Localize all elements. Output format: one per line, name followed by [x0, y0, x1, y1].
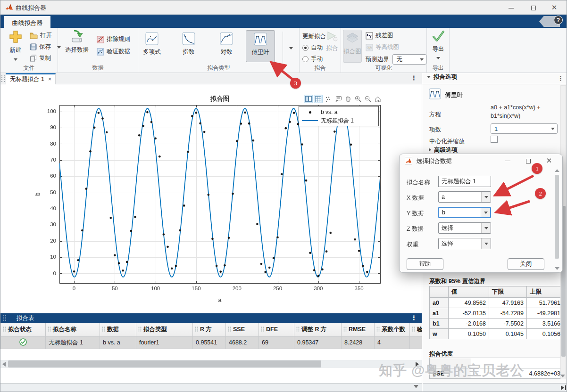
- col-fit-status[interactable]: 拟合状态: [1, 323, 46, 336]
- fits-table-title-bar[interactable]: 拟合表 ⋮: [0, 313, 422, 323]
- document-bar-menu-icon[interactable]: ⋮: [411, 75, 417, 81]
- fits-table-row[interactable]: 无标题拟合 1 b vs. a fourier1 0.95541 4688.2 …: [1, 336, 422, 349]
- close-button-dialog[interactable]: 关闭: [508, 258, 544, 270]
- manual-radio-circle[interactable]: [302, 56, 309, 62]
- col-dfe[interactable]: DFE: [259, 323, 294, 336]
- ribbon-group-fit: 更新拟合 自动 手动 拟合 拟合: [300, 28, 341, 73]
- export-check-icon: [431, 30, 445, 43]
- help-button[interactable]: ?: [554, 16, 563, 24]
- panel-scroll-down-icon[interactable]: [414, 385, 418, 388]
- col-sse[interactable]: SSE: [226, 323, 259, 336]
- fittype-polynomial-button[interactable]: 多项式: [137, 30, 167, 62]
- col-rsquare[interactable]: R 方: [193, 323, 226, 336]
- col-validation-data[interactable]: 验证数据: [410, 323, 422, 336]
- manual-radio[interactable]: 手动: [302, 55, 323, 63]
- ribbon: 新建 打开 保存 复制: [0, 28, 567, 73]
- auto-radio-circle[interactable]: [302, 45, 309, 51]
- document-tab-close-icon[interactable]: ×: [48, 76, 51, 82]
- select-data-button[interactable]: 选择数据: [62, 30, 92, 54]
- col-fit-type[interactable]: 拟合类型: [136, 323, 193, 336]
- dialog-minimize-button[interactable]: [498, 154, 517, 167]
- x-data-dropdown[interactable]: a: [438, 191, 491, 203]
- fittype-exponential-button[interactable]: 指数: [174, 30, 203, 62]
- dialog-matlab-icon: [405, 157, 412, 164]
- col-data[interactable]: 数据: [100, 323, 136, 336]
- layout-panels-icon[interactable]: [304, 95, 313, 103]
- ribbon-group-file: 新建 打开 保存 复制: [0, 28, 58, 73]
- dialog-scroll-down-icon[interactable]: [555, 267, 559, 270]
- scroll-left-arrow-icon[interactable]: [2, 362, 6, 367]
- grid-toggle-icon[interactable]: [314, 95, 323, 103]
- exclusion-rules-icon: [97, 36, 104, 43]
- z-data-value: 选择: [442, 224, 453, 232]
- fits-table-hscrollbar[interactable]: [0, 360, 422, 368]
- title-bar: 曲线拟合器 ✕: [0, 0, 567, 15]
- save-button[interactable]: 保存: [30, 43, 61, 51]
- fit-name-input[interactable]: 无标题拟合 1: [438, 176, 491, 187]
- new-dropdown-caret[interactable]: [14, 58, 17, 61]
- document-grip-icon[interactable]: [1, 75, 5, 82]
- advanced-options-expander[interactable]: 高级选项: [429, 146, 458, 154]
- zoom-in-icon[interactable]: [353, 95, 362, 103]
- open-button[interactable]: 打开: [30, 32, 52, 40]
- fit-run-icon: [326, 31, 338, 42]
- fittype-gallery-caret[interactable]: [286, 40, 296, 50]
- hscroll-thumb[interactable]: [8, 360, 321, 368]
- window-maximize-button[interactable]: [523, 0, 544, 15]
- collapse-triangle-icon[interactable]: [427, 76, 431, 78]
- fit-options-menu-icon[interactable]: ⋮: [558, 75, 564, 82]
- right-panel-scroll-right-icon[interactable]: [561, 385, 564, 390]
- weights-dropdown[interactable]: 选择: [438, 238, 491, 249]
- prediction-bounds-dropdown[interactable]: 无: [392, 54, 426, 65]
- validation-data-button[interactable]: 验证数据: [97, 48, 130, 56]
- export-dropdown-caret[interactable]: [436, 57, 440, 59]
- auto-radio[interactable]: 自动: [302, 44, 323, 52]
- col-adj-rsquare[interactable]: 调整 R 方: [294, 323, 342, 336]
- terms-dropdown[interactable]: 1: [491, 123, 558, 134]
- fit-plot-icon: [346, 32, 359, 45]
- restore-view-home-icon[interactable]: [373, 95, 382, 103]
- col-rmse[interactable]: RMSE: [342, 323, 375, 336]
- fits-table-header-row: 拟合状态 拟合名称 数据 拟合类型 R 方 SSE DFE 调整 R 方 RMS…: [1, 323, 422, 336]
- validation-data-icon: [97, 48, 104, 56]
- right-panel-hscrollbar[interactable]: [423, 383, 567, 392]
- dialog-scroll-up-icon[interactable]: [555, 169, 559, 172]
- dialog-vscrollbar[interactable]: [554, 169, 560, 270]
- z-data-dropdown[interactable]: 选择: [438, 222, 491, 234]
- fittype-fourier-button[interactable]: 傅里叶: [246, 30, 275, 62]
- ribbon-tab-curve-fitter[interactable]: 曲线拟合器: [4, 16, 50, 28]
- window-close-button[interactable]: ✕: [544, 0, 565, 15]
- fit-type-cell: fourier1: [136, 336, 193, 349]
- prediction-bounds-value: 无: [396, 56, 402, 64]
- col-num-coeff[interactable]: 系数个数: [375, 323, 410, 336]
- chart-legend[interactable]: b vs. a 无标题拟合 1: [299, 106, 379, 126]
- col-fit-name[interactable]: 拟合名称: [46, 323, 100, 336]
- dialog-scroll-thumb[interactable]: [555, 175, 559, 259]
- document-tab-untitled-fit[interactable]: 无标题拟合 1×: [6, 73, 56, 84]
- fits-table-grip-icon[interactable]: [3, 315, 6, 321]
- fit-rmse-cell: 8.2428: [342, 336, 375, 349]
- center-scale-checkbox[interactable]: [491, 136, 498, 143]
- zoom-out-icon[interactable]: [363, 95, 372, 103]
- dialog-close-button[interactable]: ✕: [540, 154, 559, 167]
- help-button-dialog[interactable]: 帮助: [407, 258, 443, 270]
- update-fit-label: 更新拟合: [302, 33, 326, 41]
- right-panel-scroll-down-icon[interactable]: [560, 375, 565, 377]
- scroll-right-arrow-icon[interactable]: [416, 362, 419, 367]
- new-plus-icon: [8, 30, 23, 44]
- coefficients-title: 系数和 95% 置信边界: [429, 278, 485, 286]
- exclusion-rules-button[interactable]: 排除规则: [97, 35, 130, 43]
- fits-table-menu-icon[interactable]: ⋮: [411, 315, 417, 321]
- window-minimize-button[interactable]: [500, 0, 521, 15]
- new-button[interactable]: 新建: [4, 30, 27, 62]
- datatip-icon[interactable]: [334, 95, 342, 103]
- chart-pane: 拟合图: [0, 84, 422, 313]
- brush-data-icon[interactable]: [324, 95, 333, 103]
- y-data-dropdown[interactable]: b: [438, 207, 491, 218]
- export-button[interactable]: 导出: [429, 30, 448, 61]
- fit-options-header[interactable]: 拟合选项 ⋮: [422, 73, 567, 84]
- copy-button[interactable]: 复制: [30, 54, 51, 62]
- fittype-logarithm-button[interactable]: 对数: [212, 30, 241, 62]
- residuals-button[interactable]: 残差图: [366, 32, 393, 40]
- pan-hand-icon[interactable]: [343, 95, 352, 103]
